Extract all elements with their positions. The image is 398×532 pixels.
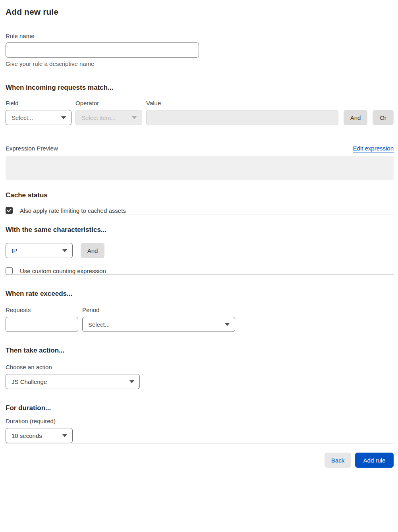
- section-cache-status: Cache status Also apply rate limiting to…: [6, 191, 394, 214]
- characteristic-select-value: IP: [12, 247, 17, 254]
- chevron-down-icon: [129, 380, 134, 383]
- footer-actions: Back Add rule: [6, 453, 394, 468]
- expression-section: Expression Preview Edit expression: [6, 145, 394, 180]
- characteristics-and-button[interactable]: And: [81, 243, 104, 258]
- match-heading: When incoming requests match...: [6, 84, 394, 92]
- check-icon: [7, 208, 12, 212]
- expression-preview-label: Expression Preview: [6, 145, 58, 152]
- requests-input[interactable]: [6, 317, 78, 332]
- rate-row: Requests Period Select...: [6, 306, 394, 332]
- section-rate-exceeds: When rate exceeds... Requests Period Sel…: [6, 290, 394, 332]
- action-select[interactable]: JS Challenge: [6, 374, 140, 389]
- period-column: Period Select...: [82, 306, 235, 332]
- duration-label: Duration (required): [6, 418, 394, 424]
- action-select-value: JS Challenge: [12, 378, 47, 385]
- rule-name-input[interactable]: [6, 42, 199, 58]
- take-action-heading: Then take action...: [6, 347, 394, 355]
- value-column: Value: [146, 100, 338, 125]
- page-title: Add new rule: [6, 7, 394, 17]
- field-column: Field Select...: [6, 100, 71, 125]
- field-label: Field: [6, 100, 71, 106]
- chevron-down-icon: [132, 116, 137, 119]
- requests-label: Requests: [6, 306, 78, 313]
- expression-header: Expression Preview Edit expression: [6, 145, 394, 152]
- custom-counting-checkbox-label: Use custom counting expression: [20, 268, 106, 274]
- rule-name-label: Rule name: [6, 33, 394, 39]
- operator-select: Select item...: [75, 110, 142, 125]
- operator-select-value: Select item...: [81, 114, 116, 121]
- cached-assets-checkbox-row[interactable]: Also apply rate limiting to cached asset…: [6, 207, 394, 214]
- characteristics-heading: With the same characteristics...: [6, 226, 394, 234]
- section-duration: For duration... Duration (required) 10 s…: [6, 404, 394, 443]
- cached-assets-checkbox-label: Also apply rate limiting to cached asset…: [20, 207, 126, 214]
- add-rule-form: Add new rule Rule name Give your rule a …: [0, 0, 398, 473]
- characteristics-row: IP And: [6, 243, 394, 258]
- field-select[interactable]: Select...: [6, 110, 71, 125]
- section-characteristics: With the same characteristics... IP And …: [6, 226, 394, 274]
- divider: [6, 214, 394, 214]
- period-select-value: Select...: [88, 321, 110, 328]
- characteristic-select[interactable]: IP: [6, 243, 73, 258]
- divider: [6, 274, 394, 275]
- edit-expression-link[interactable]: Edit expression: [353, 145, 394, 152]
- rate-exceeds-heading: When rate exceeds...: [6, 290, 394, 298]
- operator-column: Operator Select item...: [75, 100, 142, 125]
- choose-action-label: Choose an action: [6, 364, 394, 370]
- operator-label: Operator: [75, 100, 142, 106]
- and-button[interactable]: And: [344, 110, 367, 125]
- cache-status-heading: Cache status: [6, 191, 394, 199]
- requests-column: Requests: [6, 306, 78, 332]
- section-take-action: Then take action... Choose an action JS …: [6, 347, 394, 389]
- or-button[interactable]: Or: [373, 110, 394, 125]
- duration-select[interactable]: 10 seconds: [6, 428, 73, 443]
- chevron-down-icon: [62, 434, 67, 437]
- rule-name-group: Rule name Give your rule a descriptive n…: [6, 33, 394, 67]
- rule-name-helper: Give your rule a descriptive name: [6, 60, 394, 67]
- duration-select-value: 10 seconds: [12, 432, 42, 439]
- field-select-value: Select...: [12, 114, 33, 121]
- section-match: When incoming requests match... Field Se…: [6, 84, 394, 125]
- period-select[interactable]: Select...: [82, 317, 235, 332]
- duration-heading: For duration...: [6, 404, 394, 412]
- divider: [6, 443, 394, 443]
- cached-assets-checkbox[interactable]: [6, 207, 13, 214]
- back-button[interactable]: Back: [325, 453, 351, 468]
- custom-counting-checkbox[interactable]: [6, 267, 13, 274]
- divider: [6, 332, 394, 332]
- custom-counting-checkbox-row[interactable]: Use custom counting expression: [6, 267, 394, 274]
- chevron-down-icon: [62, 249, 67, 252]
- chevron-down-icon: [61, 116, 66, 119]
- add-rule-button[interactable]: Add rule: [355, 453, 394, 468]
- period-label: Period: [82, 306, 235, 313]
- value-input: [146, 110, 338, 125]
- value-label: Value: [146, 100, 338, 106]
- match-row: Field Select... Operator Select item... …: [6, 100, 394, 125]
- chevron-down-icon: [225, 323, 230, 326]
- expression-preview-box: [6, 156, 394, 180]
